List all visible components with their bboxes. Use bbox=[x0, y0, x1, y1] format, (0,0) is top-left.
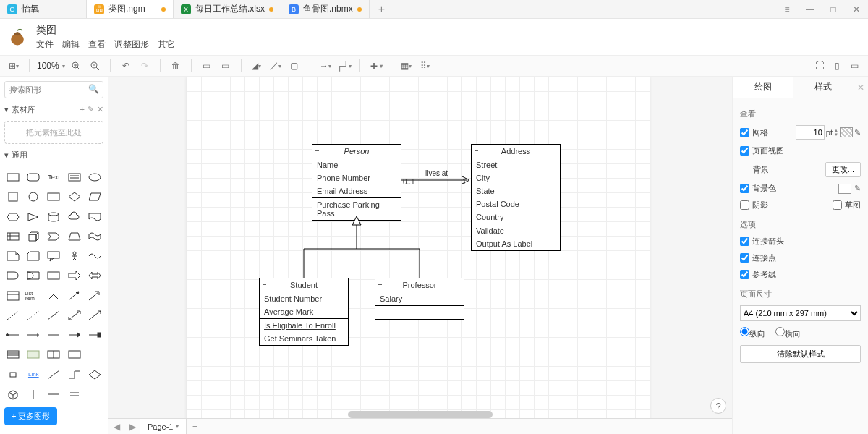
app-tab-2[interactable]: X 每日工作总结.xlsx bbox=[174, 0, 281, 18]
shape-textbox[interactable] bbox=[66, 169, 83, 185]
shape-callout[interactable] bbox=[45, 248, 62, 264]
app-tab-0[interactable]: O 怡氧 bbox=[0, 0, 87, 18]
grid-style-swatch[interactable] bbox=[840, 127, 853, 137]
to-front-button[interactable]: ▭ bbox=[199, 58, 215, 74]
grid-color-edit-icon[interactable]: ✎ bbox=[854, 128, 861, 137]
shape-cylinder[interactable] bbox=[45, 209, 62, 225]
uml-class-address[interactable]: –Address Street City State Postal Code C… bbox=[471, 144, 561, 251]
shape-line-open-arrow[interactable] bbox=[86, 288, 103, 304]
shape-data-store[interactable] bbox=[45, 268, 62, 284]
help-button[interactable]: ? bbox=[710, 398, 726, 414]
shape-line-bent[interactable] bbox=[45, 288, 62, 304]
shape-circle[interactable] bbox=[25, 189, 42, 205]
zoom-in-button[interactable] bbox=[68, 58, 84, 74]
shape-cube[interactable] bbox=[25, 229, 42, 244]
fullscreen-button[interactable]: ⛶ bbox=[812, 58, 827, 74]
shape-thin-arrow[interactable] bbox=[86, 307, 103, 323]
shape-ellipse[interactable] bbox=[86, 169, 103, 185]
shape-elbow-1[interactable] bbox=[45, 367, 62, 383]
chk-grid[interactable]: 网格 bbox=[740, 127, 768, 138]
shape-list-item[interactable]: List Item bbox=[25, 288, 42, 304]
menu-file[interactable]: 文件 bbox=[36, 38, 54, 51]
page-next-button[interactable]: ▶ bbox=[124, 422, 140, 432]
clear-default-style-button[interactable]: 清除默认样式 bbox=[740, 345, 861, 363]
chk-sketch[interactable]: 草图 bbox=[833, 200, 861, 210]
shape-document[interactable] bbox=[86, 209, 103, 225]
tab-draw[interactable]: 绘图 bbox=[733, 77, 793, 98]
app-tab-3[interactable]: B 鱼骨图.nbmx bbox=[281, 0, 370, 18]
page-setup-button[interactable]: ⊞▾ bbox=[6, 58, 22, 74]
redo-button[interactable]: ↷ bbox=[137, 58, 153, 74]
uml-class-person[interactable]: –Person Name Phone Number Email Address … bbox=[312, 144, 401, 221]
shape-text[interactable]: Text bbox=[45, 169, 62, 185]
shape-connector-4[interactable] bbox=[66, 327, 83, 343]
shape-table-1[interactable] bbox=[4, 346, 22, 362]
lib-edit-icon[interactable]: ✎ bbox=[88, 105, 94, 114]
menu-arrange[interactable]: 调整图形 bbox=[114, 38, 149, 51]
shape-link[interactable]: Link bbox=[25, 367, 42, 383]
shape-diamond-2[interactable] bbox=[86, 367, 103, 383]
line-color-button[interactable]: ／▾ bbox=[268, 58, 284, 74]
grid-button[interactable]: ⠿▾ bbox=[417, 58, 433, 74]
general-panel-header[interactable]: ▾通用 bbox=[4, 148, 103, 162]
search-icon[interactable]: 🔍 bbox=[88, 84, 99, 94]
shape-elbow-2[interactable] bbox=[66, 367, 83, 383]
shape-roundrect[interactable] bbox=[25, 169, 42, 185]
hamburger-icon[interactable]: ≡ bbox=[775, 0, 799, 19]
shape-actor[interactable] bbox=[66, 248, 83, 264]
shape-arrow-right[interactable] bbox=[66, 268, 83, 284]
menu-other[interactable]: 其它 bbox=[158, 38, 175, 51]
shape-internal-storage[interactable] bbox=[4, 229, 22, 244]
shape-3d-cube[interactable] bbox=[4, 386, 22, 402]
page-prev-button[interactable]: ◀ bbox=[109, 422, 124, 432]
uml-class-student[interactable]: –Student Student Number Average Mark Is … bbox=[259, 278, 349, 346]
new-tab-button[interactable]: + bbox=[370, 3, 393, 16]
chk-pageview[interactable]: 页面视图 bbox=[740, 145, 784, 156]
shape-note[interactable] bbox=[4, 248, 22, 264]
shadow-button[interactable]: ▢ bbox=[286, 58, 302, 74]
collapse-icon[interactable]: – bbox=[263, 281, 266, 288]
shape-arrow-both[interactable] bbox=[86, 268, 103, 284]
shape-dashed-line[interactable] bbox=[4, 307, 22, 323]
panel-close-icon[interactable]: ✕ bbox=[854, 77, 868, 98]
collapse-icon[interactable]: – bbox=[378, 281, 382, 288]
shape-hline[interactable] bbox=[45, 386, 62, 402]
shape-plain-line[interactable] bbox=[45, 307, 62, 323]
shape-dotted-line[interactable] bbox=[25, 307, 42, 323]
shape-and[interactable] bbox=[25, 268, 42, 284]
page-size-select[interactable]: A4 (210 mm x 297 mm) bbox=[740, 305, 861, 321]
shape-blank-2[interactable] bbox=[86, 386, 103, 402]
horizontal-scrollbar[interactable] bbox=[348, 411, 493, 418]
shape-connector-1[interactable] bbox=[4, 327, 22, 343]
shape-connector-5[interactable] bbox=[86, 327, 103, 343]
shape-line-arrow[interactable] bbox=[66, 288, 83, 304]
zoom-control[interactable]: 100%▾ bbox=[37, 61, 65, 71]
menu-edit[interactable]: 编辑 bbox=[62, 38, 80, 51]
shape-list[interactable] bbox=[4, 288, 22, 304]
shape-table-2[interactable] bbox=[25, 346, 42, 362]
chk-guide[interactable]: 参考线 bbox=[740, 269, 776, 280]
grid-size-input[interactable] bbox=[796, 125, 825, 140]
page-tab[interactable]: Page-1▾ bbox=[140, 419, 187, 434]
shape-connector-3[interactable] bbox=[45, 327, 62, 343]
fill-color-button[interactable]: ◢▾ bbox=[249, 58, 265, 74]
shape-process[interactable] bbox=[45, 189, 62, 205]
shape-step[interactable] bbox=[45, 229, 62, 244]
shape-connector-2[interactable] bbox=[25, 327, 42, 343]
insert-button[interactable]: ＋▾ bbox=[367, 58, 383, 74]
format-panel-button[interactable]: ▯ bbox=[829, 58, 845, 74]
change-bg-button[interactable]: 更改... bbox=[825, 162, 861, 177]
shape-table-4[interactable] bbox=[66, 346, 83, 362]
shape-vline[interactable] bbox=[25, 386, 42, 402]
shape-card[interactable] bbox=[25, 248, 42, 264]
shape-blank[interactable] bbox=[86, 346, 103, 362]
maximize-button[interactable]: □ bbox=[822, 0, 845, 19]
radio-landscape[interactable]: 横向 bbox=[775, 327, 801, 339]
more-shapes-button[interactable]: + 更多图形 bbox=[4, 407, 57, 425]
shape-diamond[interactable] bbox=[66, 189, 83, 205]
shape-dash[interactable] bbox=[66, 386, 83, 402]
shape-parallelogram[interactable] bbox=[86, 189, 103, 205]
app-tab-1[interactable]: 品 类图.ngm bbox=[87, 0, 174, 18]
shape-trapezoid[interactable] bbox=[66, 229, 83, 244]
shape-small-1[interactable] bbox=[4, 367, 22, 383]
